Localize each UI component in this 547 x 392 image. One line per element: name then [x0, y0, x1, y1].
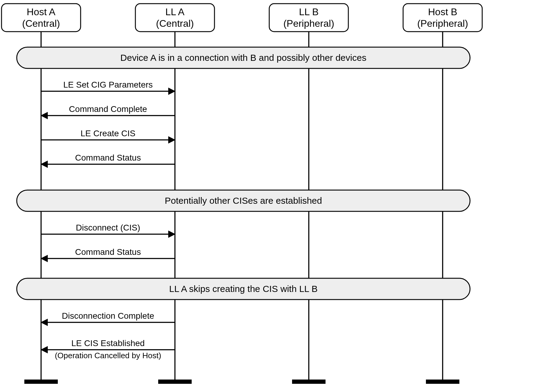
message-label-3: Command Status [75, 153, 141, 162]
message-label-7: LE CIS Established [71, 338, 145, 348]
message-label-0: LE Set CIG Parameters [63, 80, 153, 89]
message-label-1: Command Complete [69, 104, 147, 114]
participant-role-llA: (Central) [156, 18, 194, 29]
message-label-2: LE Create CIS [81, 129, 136, 138]
note-text-2: LL A skips creating the CIS with LL B [169, 284, 318, 294]
note-text-0: Device A is in a connection with B and p… [120, 53, 367, 63]
participant-title-llB: LL B [299, 6, 319, 17]
participant-role-hostB: (Peripheral) [417, 18, 468, 29]
participant-role-hostA: (Central) [22, 18, 60, 29]
participant-title-hostA: Host A [27, 6, 56, 17]
participant-role-llB: (Peripheral) [283, 18, 334, 29]
message-sublabel-7: (Operation Cancelled by Host) [55, 351, 161, 360]
message-label-6: Disconnection Complete [62, 311, 154, 321]
note-text-1: Potentially other CISes are established [165, 196, 322, 206]
message-label-4: Disconnect (CIS) [76, 223, 140, 232]
participant-title-llA: LL A [165, 6, 185, 17]
participant-title-hostB: Host B [428, 6, 457, 17]
message-label-5: Command Status [75, 247, 141, 257]
